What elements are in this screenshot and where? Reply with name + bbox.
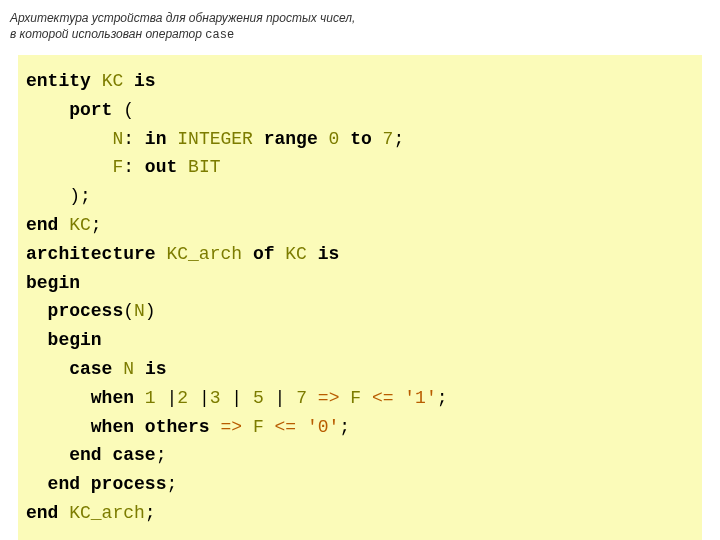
open-paren: ( [123, 100, 134, 120]
caption: Архитектура устройства для обнаружения п… [10, 10, 355, 43]
caption-line-2-prefix: в которой использован оператор [10, 27, 205, 41]
pipe-3: | [231, 388, 242, 408]
id-n-case: N [123, 359, 134, 379]
kw-is-1: is [134, 71, 156, 91]
kw-out: out [145, 157, 177, 177]
kw-when-1: when [91, 388, 134, 408]
semi-8: ; [145, 503, 156, 523]
pipe-1: | [166, 388, 177, 408]
caption-line-2-mono: case [205, 28, 234, 42]
num-v1: 1 [145, 388, 156, 408]
semi-5: ; [339, 417, 350, 437]
str-0: '0' [307, 417, 339, 437]
caption-line-1: Архитектура устройства для обнаружения п… [10, 11, 355, 25]
kw-begin-2: begin [48, 330, 102, 350]
id-f: F [112, 157, 123, 177]
num-7: 7 [383, 129, 394, 149]
semi-2: ; [80, 186, 91, 206]
kw-end-1: end [26, 215, 58, 235]
num-0: 0 [329, 129, 340, 149]
pipe-4: | [275, 388, 286, 408]
num-v5: 5 [253, 388, 264, 408]
kw-when-2: when [91, 417, 134, 437]
pipe-2: | [199, 388, 210, 408]
kw-end-2: end [26, 503, 58, 523]
num-v2: 2 [177, 388, 188, 408]
op-assign-2: <= [275, 417, 297, 437]
semi-4: ; [437, 388, 448, 408]
id-n-proc: N [134, 301, 145, 321]
id-arch-end: KC_arch [69, 503, 145, 523]
id-kc-end: KC [69, 215, 91, 235]
code-block: entity KC is port ( N: in INTEGER range … [18, 55, 702, 540]
kw-is-2: is [318, 244, 340, 264]
id-kc-of: KC [285, 244, 307, 264]
kw-process: process [48, 301, 124, 321]
op-arrow-1: => [318, 388, 340, 408]
kw-port: port [69, 100, 112, 120]
kw-case: case [69, 359, 112, 379]
kw-range: range [264, 129, 318, 149]
op-assign-1: <= [372, 388, 394, 408]
proc-open: ( [123, 301, 134, 321]
str-1: '1' [404, 388, 436, 408]
num-v3: 3 [210, 388, 221, 408]
ty-integer: INTEGER [177, 129, 253, 149]
kw-to: to [350, 129, 372, 149]
kw-end-case: end case [69, 445, 155, 465]
kw-end-process: end process [48, 474, 167, 494]
colon-2: : [123, 157, 134, 177]
ty-bit: BIT [188, 157, 220, 177]
semi-3: ; [91, 215, 102, 235]
close-paren: ) [69, 186, 80, 206]
colon-1: : [123, 129, 134, 149]
semi-6: ; [156, 445, 167, 465]
kw-is-3: is [145, 359, 167, 379]
kw-begin-1: begin [26, 273, 80, 293]
kw-of: of [253, 244, 275, 264]
num-v7: 7 [296, 388, 307, 408]
kw-architecture: architecture [26, 244, 156, 264]
semi-7: ; [166, 474, 177, 494]
proc-close: ) [145, 301, 156, 321]
op-arrow-2: => [220, 417, 242, 437]
semi-1: ; [393, 129, 404, 149]
kw-others: others [145, 417, 210, 437]
id-entity-name: KC [102, 71, 124, 91]
id-f-2: F [253, 417, 264, 437]
kw-entity: entity [26, 71, 91, 91]
id-n: N [112, 129, 123, 149]
id-arch-name: KC_arch [166, 244, 242, 264]
id-f-1: F [350, 388, 361, 408]
kw-in: in [145, 129, 167, 149]
